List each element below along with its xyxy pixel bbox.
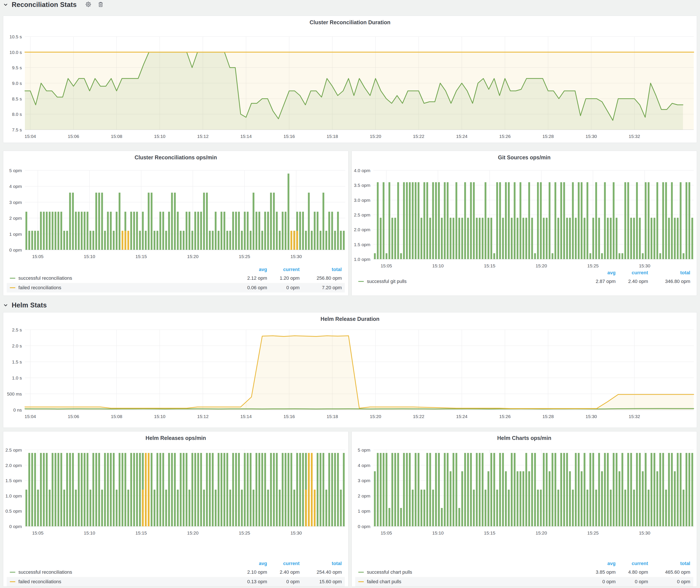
svg-text:15:32: 15:32 [629,414,640,419]
series-label[interactable]: failed chart pulls [367,579,401,585]
stat-value: 2.40 opm [616,279,648,284]
svg-text:0.5 opm: 0.5 opm [5,509,22,514]
series-label[interactable]: failed reconciliations [18,285,61,291]
svg-text:2.5 opm: 2.5 opm [354,212,370,217]
legend: avgcurrenttotalsuccessful reconciliation… [7,560,345,586]
gear-icon[interactable] [85,1,92,9]
legend-col-total[interactable]: total [300,267,342,272]
svg-text:2.5 s: 2.5 s [12,327,22,332]
svg-text:15:20: 15:20 [536,530,547,535]
series-swatch-icon [10,287,15,288]
svg-text:15:22: 15:22 [413,414,424,419]
series-swatch-icon [10,581,15,582]
svg-text:0 ns: 0 ns [13,407,22,412]
legend-col-current[interactable]: current [267,561,300,566]
svg-text:15:20: 15:20 [536,263,547,268]
cluster-reconciliation-duration-chart[interactable]: 15:0415:0615:0815:1015:1215:1415:1615:18… [3,16,697,143]
svg-text:15:30: 15:30 [639,263,650,268]
stat-value: 346.80 opm [648,279,690,284]
svg-text:15:15: 15:15 [484,263,495,268]
legend-row: failed chart pulls0 opm0 opm0 opm [355,577,693,586]
svg-text:15:06: 15:06 [68,134,79,139]
svg-text:15:05: 15:05 [32,530,44,535]
legend-col-avg[interactable]: avg [235,561,267,566]
section-header-reconciliation-stats: Reconciliation Stats [3,0,104,10]
svg-text:15:05: 15:05 [381,263,392,268]
svg-text:2.5 opm: 2.5 opm [5,447,22,452]
stat-value: 0 opm [648,579,690,585]
legend-col-avg[interactable]: avg [583,561,616,566]
svg-text:15:18: 15:18 [327,134,338,139]
svg-text:3 opm: 3 opm [9,200,22,205]
section-title[interactable]: Reconciliation Stats [12,1,77,9]
legend-col-current[interactable]: current [616,270,648,276]
panel-git-sources-opm: Git Sources ops/min 15:0515:1015:1515:20… [352,151,697,296]
svg-text:15:12: 15:12 [197,134,209,139]
svg-text:15:20: 15:20 [187,530,199,535]
svg-text:2.0 s: 2.0 s [12,343,22,348]
svg-text:15:26: 15:26 [499,414,511,419]
chevron-down-icon[interactable] [3,303,8,308]
stat-value: 0 opm [616,579,648,585]
section-title[interactable]: Helm Stats [12,301,47,309]
svg-text:1.5 opm: 1.5 opm [5,478,22,483]
svg-text:0 opm: 0 opm [9,524,22,529]
svg-text:15:14: 15:14 [240,134,252,139]
svg-text:15:30: 15:30 [639,530,650,535]
svg-text:2 opm: 2 opm [9,216,22,221]
svg-text:15:06: 15:06 [68,414,79,419]
svg-text:15:30: 15:30 [585,414,597,419]
legend-row: successful git pulls2.87 opm2.40 opm346.… [355,277,693,286]
svg-text:15:08: 15:08 [111,414,122,419]
svg-text:15:05: 15:05 [381,530,392,535]
legend-col-total[interactable]: total [648,270,690,276]
svg-text:15:12: 15:12 [197,414,209,419]
svg-text:15:15: 15:15 [135,254,147,259]
svg-text:15:18: 15:18 [327,414,338,419]
svg-text:15:05: 15:05 [32,254,44,259]
svg-text:15:32: 15:32 [629,134,640,139]
legend-col-total[interactable]: total [648,561,690,566]
svg-text:3.0 opm: 3.0 opm [354,198,370,203]
svg-text:7.5 s: 7.5 s [12,127,22,132]
series-label[interactable]: successful reconciliations [18,275,72,281]
series-label[interactable]: successful reconciliations [18,569,72,575]
svg-text:2.0 opm: 2.0 opm [354,227,370,232]
svg-text:15:30: 15:30 [290,254,302,259]
section-header-helm-stats: Helm Stats [3,300,47,310]
svg-text:15:15: 15:15 [135,530,147,535]
svg-text:0 opm: 0 opm [9,247,22,252]
helm-release-duration-chart[interactable]: 15:0415:0615:0815:1015:1215:1415:1615:18… [3,312,697,428]
trash-icon[interactable] [97,1,104,8]
svg-text:15:04: 15:04 [25,134,36,139]
legend-stats-header: avgcurrenttotal [7,560,345,567]
legend-col-avg[interactable]: avg [235,267,267,272]
svg-text:15:04: 15:04 [25,414,36,419]
legend-col-avg[interactable]: avg [583,270,616,276]
stat-value: 2.40 opm [267,569,300,575]
legend-col-current[interactable]: current [616,561,648,566]
legend-row: successful chart pulls3.85 opm4.80 opm46… [355,567,693,577]
svg-text:1.5 s: 1.5 s [12,359,22,364]
svg-text:15:20: 15:20 [187,254,199,259]
svg-text:0 opm: 0 opm [358,524,370,529]
panel-helm-releases-opm: Helm Releases ops/min 15:0515:1015:1515:… [3,431,348,587]
series-swatch-icon [358,572,364,573]
svg-text:15:10: 15:10 [154,414,166,419]
svg-text:15:28: 15:28 [542,414,554,419]
svg-text:15:20: 15:20 [370,134,381,139]
series-label[interactable]: successful chart pulls [367,569,412,575]
svg-text:15:24: 15:24 [456,414,468,419]
legend-col-total[interactable]: total [300,561,342,566]
svg-text:4.0 opm: 4.0 opm [354,168,370,173]
stat-value: 2.87 opm [583,279,616,284]
svg-text:15:10: 15:10 [154,134,166,139]
svg-text:15:10: 15:10 [84,254,95,259]
chevron-down-icon[interactable] [3,2,8,7]
svg-text:5 opm: 5 opm [9,168,22,173]
series-label[interactable]: successful git pulls [367,279,406,284]
stat-value: 0.13 opm [235,579,267,585]
series-label[interactable]: failed reconciliations [18,579,61,585]
svg-text:15:10: 15:10 [432,263,444,268]
legend-col-current[interactable]: current [267,267,300,272]
